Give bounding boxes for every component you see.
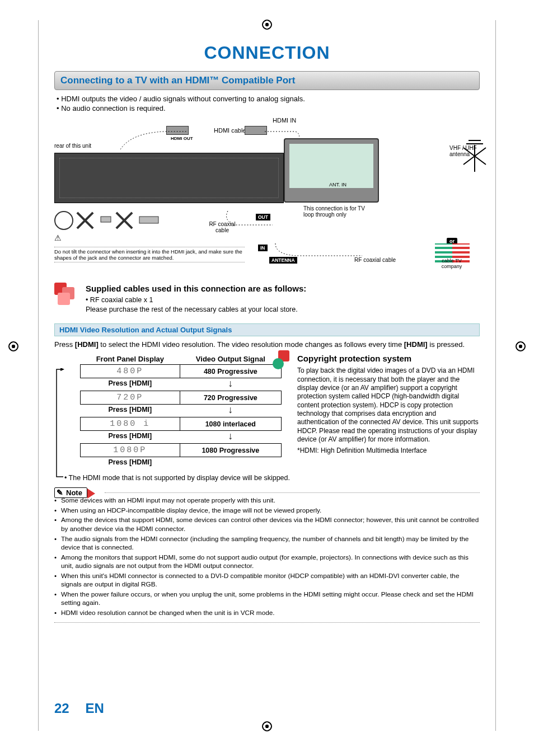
output-signal-value: 480 Progressive: [180, 365, 281, 378]
page-number: 22: [54, 701, 69, 716]
front-panel-value: 1080 i: [81, 417, 180, 431]
intro-bullet: HDMI outputs the video / audio signals w…: [57, 95, 480, 103]
note-item: The audio signals from the HDMI connecto…: [54, 535, 480, 552]
section-heading: Connecting to a TV with an HDMI™ Compati…: [54, 71, 480, 90]
resolution-intro-text: Press [HDMI] to select the HDMI video re…: [54, 340, 480, 350]
cable-company-label: cable TV company: [435, 258, 469, 269]
note-item: Among the monitors that support HDMI, so…: [54, 553, 480, 571]
table-header-display: Front Panel Display: [81, 354, 180, 365]
subsection-heading: HDMI Video Resolution and Actual Output …: [54, 323, 480, 336]
table-row: 720P 720 Progressive: [81, 391, 282, 405]
hdmi-in-label: HDMI IN: [273, 117, 296, 124]
antenna-label: VHF / UHF antenna: [449, 145, 480, 157]
output-signal-value: 1080 interlaced: [180, 417, 281, 431]
down-arrow-icon: ↓: [180, 378, 281, 391]
chapter-title: CONNECTION: [54, 43, 480, 63]
hdmi-dotted-line: [120, 130, 299, 158]
table-row: 480P 480 Progressive: [81, 365, 282, 378]
print-registration-mark: [516, 341, 526, 351]
connection-diagram: rear of this unit HDMI cable HDMI IN HDM…: [54, 116, 480, 279]
note-item: When using an HDCP-incompatible display …: [54, 506, 480, 515]
svg-rect-1: [139, 217, 158, 223]
note-list: Some devices with an HDMI input may not …: [54, 493, 480, 622]
page-footer: 22 EN: [54, 701, 104, 716]
warning-triangle-icon: ⚠: [54, 233, 62, 242]
decorative-cube-icon: [54, 283, 77, 305]
press-hdmi-row: Press [HDMI]↓: [81, 431, 282, 444]
page-language: EN: [85, 701, 104, 716]
ant-in-label: ANT. IN: [329, 182, 346, 187]
table-header-signal: Video Output Signal: [180, 354, 281, 365]
front-panel-value: 720P: [81, 391, 180, 405]
hdmi-definition-note: *HDMI: High Definition Multimedia Interf…: [297, 447, 480, 455]
table-row: 1080 i 1080 interlaced: [81, 417, 282, 431]
supplied-item: • RF coaxial cable x 1: [86, 295, 480, 305]
decorative-cube-icon: [273, 350, 295, 373]
hdmi-skip-note: • The HDMI mode that is not supported by…: [64, 474, 480, 482]
supplied-cables-block: Supplied cables used in this connection …: [86, 284, 480, 314]
connector-orientation-icons: [54, 211, 162, 230]
manual-page: CONNECTION Connecting to a TV with an HD…: [38, 20, 496, 731]
resolution-table: Front Panel Display Video Output Signal …: [80, 354, 282, 469]
supplied-note: Please purchase the rest of the necessar…: [86, 305, 480, 314]
down-arrow-icon: ↓: [180, 405, 281, 417]
note-item: Among the devices that support HDMI, som…: [54, 516, 480, 533]
press-hdmi-row: Press [HDMI]↓: [81, 405, 282, 417]
tv-icon: [284, 138, 379, 203]
press-hdmi-row: Press [HDMI]: [81, 457, 282, 470]
copyright-column: Copyright protection system To play back…: [297, 354, 480, 457]
supplied-heading: Supplied cables used in this connection …: [86, 284, 480, 293]
rear-of-unit-label: rear of this unit: [54, 143, 91, 149]
table-row: 1080P 1080 Progressive: [81, 444, 282, 457]
dvd-unit-rear: [54, 153, 284, 203]
output-signal-value: 720 Progressive: [180, 391, 281, 405]
print-registration-mark: [8, 341, 18, 351]
intro-bullet-list: HDMI outputs the video / audio signals w…: [54, 95, 480, 112]
hdmi-tilt-warning: Do not tilt the connector when inserting…: [54, 247, 245, 262]
press-hdmi-row: Press [HDMI]↓: [81, 378, 282, 391]
copyright-heading: Copyright protection system: [297, 354, 480, 363]
note-item: HDMI video resolution cannot be changed …: [54, 609, 480, 618]
front-panel-value: 1080P: [81, 444, 180, 457]
copyright-body: To play back the digital video images of…: [297, 367, 480, 444]
front-panel-value: 480P: [81, 365, 180, 378]
note-item: Some devices with an HDMI input may not …: [54, 496, 480, 505]
intro-bullet: No audio connection is required.: [57, 104, 480, 112]
note-item: When this unit's HDMI connector is conne…: [54, 572, 480, 589]
svg-rect-0: [101, 217, 111, 222]
note-block: Note Some devices with an HDMI input may…: [54, 487, 480, 622]
down-arrow-icon: ↓: [180, 431, 281, 444]
output-signal-value: 1080 Progressive: [180, 444, 281, 457]
note-item: When the power failure occurs, or when y…: [54, 590, 480, 608]
